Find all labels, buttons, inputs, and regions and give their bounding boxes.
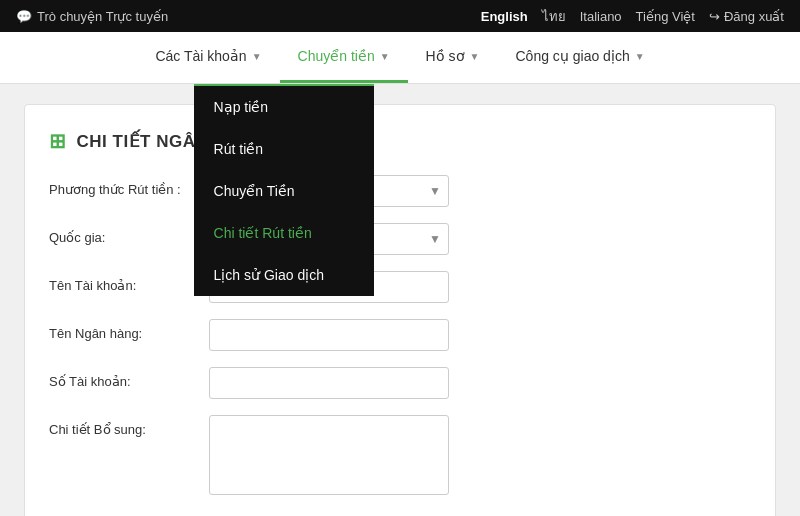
logout-label: Đăng xuất (724, 9, 784, 24)
logout-button[interactable]: ↪ Đăng xuất (709, 9, 784, 24)
account-number-label: Số Tài khoản: (49, 367, 209, 389)
top-bar: 💬 Trò chuyện Trực tuyến English ไทย Ital… (0, 0, 800, 32)
card-title: ⊞ CHI TIẾT NGÂN HÀNG CỦA TÔI (49, 129, 751, 153)
account-name-label: Tên Tài khoản: (49, 271, 209, 293)
chevron-down-icon: ▼ (252, 51, 262, 62)
dropdown-transfer[interactable]: Chuyển Tiền (194, 170, 374, 212)
bank-name-input[interactable] (209, 319, 449, 351)
nav-transfer-label: Chuyển tiền (298, 48, 375, 64)
logout-icon: ↪ (709, 9, 720, 24)
lang-vietnamese[interactable]: Tiếng Việt (636, 9, 695, 24)
account-number-input[interactable] (209, 367, 449, 399)
additional-details-label: Chi tiết Bổ sung: (49, 415, 209, 437)
dropdown-deposit[interactable]: Nạp tiền (194, 86, 374, 128)
dropdown-withdrawal-details[interactable]: Chi tiết Rút tiền (194, 212, 374, 254)
chat-label[interactable]: Trò chuyện Trực tuyến (37, 9, 168, 24)
dropdown-withdraw[interactable]: Rút tiền (194, 128, 374, 170)
bank-icon: ⊞ (49, 129, 67, 153)
bank-name-row: Tên Ngân hàng: (49, 319, 751, 351)
nav-tools[interactable]: Công cụ giao dịch ▼ (498, 32, 663, 83)
additional-details-row: Chi tiết Bổ sung: (49, 415, 751, 499)
chat-icon: 💬 (16, 9, 32, 24)
chevron-down-icon: ▼ (380, 51, 390, 62)
chat-section[interactable]: 💬 Trò chuyện Trực tuyến (16, 9, 168, 24)
account-number-field (209, 367, 751, 399)
nav-tools-label: Công cụ giao dịch (516, 48, 630, 64)
withdrawal-method-row: Phương thức Rút tiền : Bank Details ▼ (49, 175, 751, 207)
chevron-down-icon: ▼ (635, 51, 645, 62)
nav-accounts[interactable]: Các Tài khoản ▼ (137, 32, 279, 83)
withdrawal-method-label: Phương thức Rút tiền : (49, 175, 209, 197)
lang-thai[interactable]: ไทย (542, 6, 566, 27)
transfer-dropdown: Nạp tiền Rút tiền Chuyển Tiền Chi tiết R… (194, 84, 374, 296)
nav-profile-label: Hồ sơ (426, 48, 465, 64)
lang-english[interactable]: English (481, 9, 528, 24)
bank-details-card: ⊞ CHI TIẾT NGÂN HÀNG CỦA TÔI Phương thức… (24, 104, 776, 516)
chevron-down-icon: ▼ (470, 51, 480, 62)
nav-transfer[interactable]: Chuyển tiền ▼ Nạp tiền Rút tiền Chuyển T… (280, 32, 408, 83)
nav-profile[interactable]: Hồ sơ ▼ (408, 32, 498, 83)
nav-items: Các Tài khoản ▼ Chuyển tiền ▼ Nạp tiền R… (137, 32, 662, 83)
nav-bar: Các Tài khoản ▼ Chuyển tiền ▼ Nạp tiền R… (0, 32, 800, 84)
nav-accounts-label: Các Tài khoản (155, 48, 246, 64)
account-name-row: Tên Tài khoản: (49, 271, 751, 303)
additional-details-input[interactable] (209, 415, 449, 495)
lang-italian[interactable]: Italiano (580, 9, 622, 24)
bank-name-label: Tên Ngân hàng: (49, 319, 209, 341)
main-content: ⊞ CHI TIẾT NGÂN HÀNG CỦA TÔI Phương thức… (0, 84, 800, 516)
country-label: Quốc gia: (49, 223, 209, 245)
bank-name-field (209, 319, 751, 351)
dropdown-history[interactable]: Lịch sử Giao dịch (194, 254, 374, 296)
country-row: Quốc gia: Vietnam ▼ (49, 223, 751, 255)
additional-details-field (209, 415, 751, 499)
account-number-row: Số Tài khoản: (49, 367, 751, 399)
